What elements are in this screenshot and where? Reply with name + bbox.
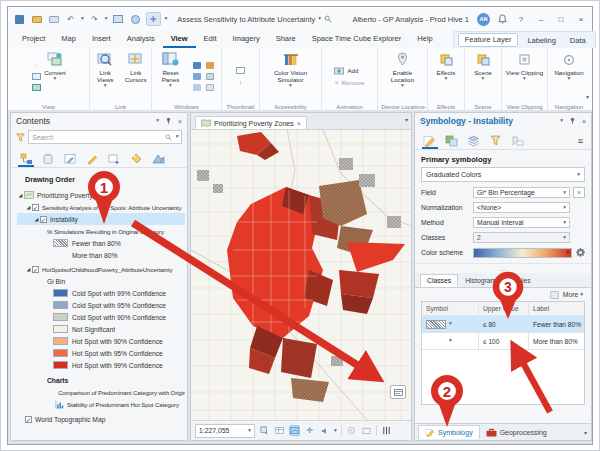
class-row-1[interactable]: ▾ ≤ 80 Fewer than 80% xyxy=(422,316,584,333)
tab-insert[interactable]: Insert xyxy=(84,32,119,48)
filter-funnel-icon[interactable] xyxy=(16,133,25,142)
scene-chevron-icon[interactable]: ▾ xyxy=(482,76,485,82)
label-cell[interactable]: More than 80% xyxy=(528,333,584,349)
classes-dropdown[interactable]: 2▾ xyxy=(473,232,570,243)
layer-checkbox[interactable]: ✓ xyxy=(40,216,47,223)
contents-pane-chevron-icon[interactable]: ▾ xyxy=(156,118,159,124)
symbology-type-dropdown[interactable]: Graduated Colors ▾ xyxy=(421,167,585,182)
add-bookmark-icon[interactable] xyxy=(259,425,270,436)
scale-based-symbology-icon[interactable] xyxy=(488,134,502,147)
overview-map-icon[interactable] xyxy=(289,425,300,436)
table-view-icon[interactable] xyxy=(550,291,559,299)
tree-item-map-group[interactable]: ◢ Prioritizing Poverty Zones xyxy=(17,189,185,201)
popout-indicator-icon[interactable] xyxy=(390,385,406,399)
upper-value-cell[interactable]: ≤ 80 xyxy=(478,316,528,332)
tab-analysis[interactable]: Analysis xyxy=(119,32,163,48)
tab-map[interactable]: Map xyxy=(53,32,84,48)
attribute-table-icon[interactable] xyxy=(274,425,285,436)
layer-checkbox[interactable]: ✓ xyxy=(32,266,39,273)
tab-share[interactable]: Share xyxy=(268,32,304,48)
enable-location-button[interactable]: Enable Location ▾ xyxy=(383,51,423,101)
save-project-icon[interactable] xyxy=(47,13,60,25)
qat-customize-chevron-icon[interactable]: ▾ xyxy=(165,16,168,22)
expand-arrow-icon[interactable]: ◢ xyxy=(33,216,40,222)
undo-chevron-icon[interactable]: ▾ xyxy=(81,16,84,22)
minimize-button[interactable]: – xyxy=(535,15,547,24)
search-chevron-icon[interactable]: ▾ xyxy=(318,16,321,22)
tab-edit[interactable]: Edit xyxy=(196,32,225,48)
set-expression-icon[interactable]: × xyxy=(573,187,585,198)
method-dropdown[interactable]: Manual Interval▾ xyxy=(473,217,570,228)
label-cell[interactable]: Fewer than 80% xyxy=(528,316,584,332)
symbology-pin-icon[interactable] xyxy=(569,117,576,125)
locate-crosshair-icon[interactable]: ✛ xyxy=(304,425,315,436)
reset-panes-button[interactable]: Reset Panes ▾ xyxy=(155,51,187,101)
help-icon[interactable]: ? xyxy=(515,15,527,24)
user-avatar[interactable]: AN xyxy=(477,13,490,26)
map-2d-icon[interactable] xyxy=(31,83,42,92)
primary-symbology-icon[interactable] xyxy=(422,134,436,147)
tab-scales[interactable]: Scales xyxy=(503,274,537,287)
locate-tool-icon[interactable]: ✛ xyxy=(146,12,161,26)
tree-item-instability-layer[interactable]: ◢ ✓ Instability xyxy=(17,213,185,225)
tab-imagery[interactable]: Imagery xyxy=(225,32,268,48)
map-view-tab[interactable]: Prioritizing Poverty Zones × xyxy=(195,116,307,129)
symbol-chevron-icon[interactable]: ▾ xyxy=(449,321,452,327)
link-cursors-button[interactable]: Link Cursors xyxy=(122,51,151,101)
tab-feature-layer[interactable]: Feature Layer xyxy=(458,33,519,47)
search-icon[interactable] xyxy=(324,15,332,23)
status-chevron-icon[interactable]: ▾ xyxy=(334,428,337,434)
effects-chevron-icon[interactable]: ▾ xyxy=(445,76,448,82)
chart-view-icon[interactable] xyxy=(31,72,42,81)
scale-selector[interactable]: 1:227,055 ▾ xyxy=(195,424,255,438)
contents-pane-icon[interactable] xyxy=(192,61,203,70)
undo-icon[interactable]: ↶ xyxy=(64,13,77,25)
tab-labeling[interactable]: Labeling xyxy=(520,34,562,48)
list-by-selection-icon[interactable] xyxy=(63,152,77,165)
view-clipping-chevron-icon[interactable]: ▾ xyxy=(523,76,526,82)
tab-symbology-pane[interactable]: Symbology xyxy=(418,425,480,439)
list-by-labeling-icon[interactable] xyxy=(107,152,121,165)
scene-button[interactable]: Scene ▾ xyxy=(466,51,500,101)
tab-project[interactable]: Project xyxy=(14,32,53,48)
tasks-pane-icon[interactable] xyxy=(205,72,216,81)
more-button[interactable]: More▾ xyxy=(563,291,583,298)
tab-classes[interactable]: Classes xyxy=(420,274,458,287)
tab-view[interactable]: View xyxy=(163,32,196,48)
tab-help[interactable]: Help xyxy=(409,32,440,48)
layer-checkbox[interactable]: ✓ xyxy=(32,204,39,211)
map-tool-icon[interactable] xyxy=(112,13,125,25)
tab-data[interactable]: Data xyxy=(563,34,593,48)
convert-chevron-icon[interactable]: ▾ xyxy=(54,76,57,82)
list-by-data-source-icon[interactable] xyxy=(41,152,55,165)
extra-windows-icon[interactable] xyxy=(205,83,216,92)
vary-symbology-icon[interactable] xyxy=(444,134,458,147)
tab-geoprocessing-pane[interactable]: Geoprocessing xyxy=(480,426,553,439)
map-canvas[interactable] xyxy=(191,130,411,421)
symbol-chevron-icon[interactable]: ▾ xyxy=(449,338,452,344)
close-button[interactable]: × xyxy=(575,15,587,24)
notifications-bell-icon[interactable] xyxy=(498,14,507,24)
scale-chevron-icon[interactable]: ▾ xyxy=(248,428,251,434)
python-window-icon[interactable] xyxy=(192,83,203,92)
open-project-icon[interactable] xyxy=(30,13,43,25)
close-tab-icon[interactable]: × xyxy=(297,120,301,127)
pane-tabs-chevron-icon[interactable]: ▾ xyxy=(584,429,587,436)
save-icon[interactable] xyxy=(13,13,26,25)
search-options-chevron-icon[interactable]: ▾ xyxy=(175,134,178,140)
contents-close-icon[interactable]: × xyxy=(178,118,182,125)
sounds-icon[interactable] xyxy=(319,425,330,436)
view-clipping-button[interactable]: View Clipping ▾ xyxy=(504,51,546,101)
expand-arrow-icon[interactable]: ◢ xyxy=(25,266,32,272)
upper-value-cell[interactable]: ≤ 100 xyxy=(478,333,528,349)
effects-button[interactable]: Effects ▾ xyxy=(429,51,463,101)
search-icon[interactable] xyxy=(165,134,172,141)
tree-item-hotspot-layer[interactable]: ◢ ✓ HotSpotsofChildhoodPoverty_Attribute… xyxy=(17,263,185,275)
field-dropdown[interactable]: Gi* Bin Percentage▾ xyxy=(473,187,570,198)
geoprocessing-pane-icon[interactable] xyxy=(192,72,203,81)
explore-tool-icon[interactable] xyxy=(129,13,142,25)
view-options-chevron-icon[interactable]: ▾ xyxy=(405,116,408,123)
tree-item-group-layer[interactable]: ◢ ✓ Sensitivity Analysis of Hot Spots: A… xyxy=(17,201,185,213)
color-vision-simulator-button[interactable]: Color Vision Simulator ▾ xyxy=(263,51,319,101)
class-symbol-swatch[interactable] xyxy=(426,337,446,346)
